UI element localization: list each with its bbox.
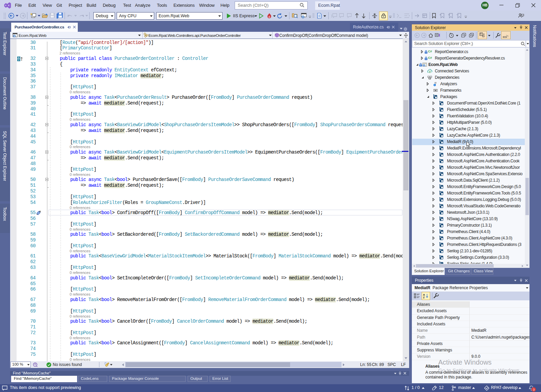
svg-text:Z: Z: [423, 296, 425, 299]
